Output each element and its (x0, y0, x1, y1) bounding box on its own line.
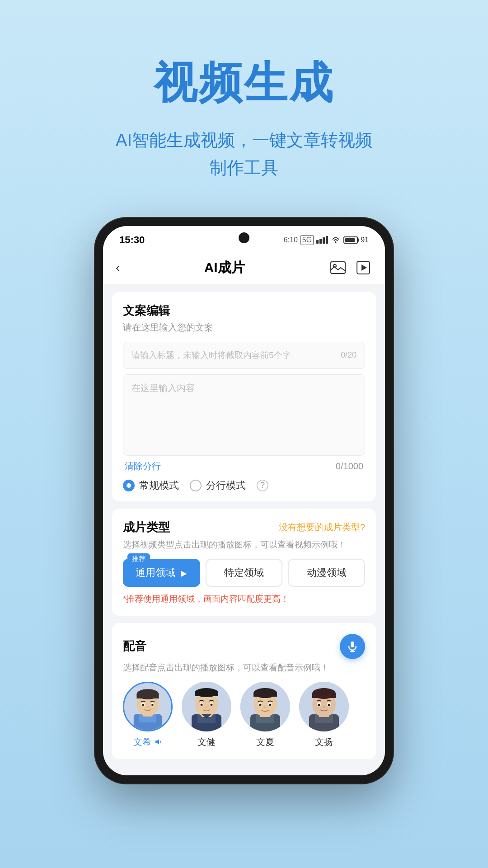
svg-point-0 (335, 241, 337, 243)
type-play-icon: ▶ (181, 569, 187, 578)
type-title: 成片类型 (123, 519, 170, 535)
svg-point-28 (201, 703, 203, 706)
voice-item-3[interactable]: 文夏 (240, 682, 290, 748)
type-buttons: 推荐 通用领域 ▶ 特定领域 动漫领域 (123, 559, 365, 587)
type-btn-general[interactable]: 推荐 通用领域 ▶ (123, 559, 200, 587)
voice-name-1: 文希 (133, 736, 162, 748)
phone-mockup: 15:30 6:10 5G (0, 218, 488, 783)
svg-rect-5 (351, 642, 354, 647)
split-mode-label: 分行模式 (206, 479, 246, 492)
voice-desc: 选择配音点击出现的播放图标，可以查看配音示例哦！ (123, 662, 365, 674)
type-note: *推荐使用通用领域，画面内容匹配度更高！ (123, 593, 365, 605)
nav-title: AI成片 (204, 259, 245, 277)
camera-notch (239, 232, 249, 243)
network-type: 5G (300, 235, 314, 245)
nav-actions (329, 259, 372, 276)
voice-name-3: 文夏 (256, 736, 274, 748)
svg-point-17 (142, 703, 144, 706)
voice-section: 配音 选择配音点击出现的播放图标，可以查看配音示例哦！ (112, 623, 376, 759)
voice-header: 配音 (123, 634, 365, 659)
split-mode-radio[interactable]: 分行模式 (190, 479, 246, 492)
type-btn-anime[interactable]: 动漫领域 (288, 559, 365, 587)
voice-avatar-2 (182, 682, 231, 731)
type-link[interactable]: 没有想要的成片类型? (279, 521, 365, 533)
clear-button[interactable]: 清除分行 (125, 460, 161, 472)
status-time: 15:30 (119, 234, 145, 246)
normal-mode-indicator (123, 480, 135, 491)
normal-mode-label: 常规模式 (139, 479, 179, 492)
svg-point-39 (259, 703, 262, 706)
svg-rect-47 (312, 693, 336, 698)
voice-avatar-3 (240, 682, 290, 731)
title-placeholder: 请输入标题，未输入时将截取内容前5个字 (131, 349, 291, 361)
voice-item-1[interactable]: 文希 (123, 682, 173, 748)
svg-point-18 (151, 703, 154, 706)
svg-point-29 (211, 703, 213, 706)
copywriting-title: 文案编辑 (123, 303, 365, 319)
copywriting-desc: 请在这里输入您的文案 (123, 321, 365, 334)
copywriting-section: 文案编辑 请在这里输入您的文案 请输入标题，未输入时将截取内容前5个字 0/20… (112, 292, 376, 501)
back-button[interactable]: ‹ (116, 260, 120, 275)
voice-name-2: 文健 (197, 736, 216, 748)
svg-rect-36 (253, 693, 277, 697)
svg-rect-25 (195, 693, 218, 696)
hero-section: 视频生成 AI智能生成视频，一键文章转视频 制作工具 (0, 0, 488, 209)
type-header: 成片类型 没有想要的成片类型? (123, 519, 365, 535)
svg-point-50 (318, 703, 320, 706)
battery-percent: 91 (361, 236, 369, 244)
production-type-section: 成片类型 没有想要的成片类型? 选择视频类型点击出现的播放图标，可以查看视频示例… (112, 509, 376, 616)
textarea-footer: 清除分行 0/1000 (123, 460, 365, 472)
voice-item-2[interactable]: 文健 (182, 682, 231, 748)
voice-avatars: 文希 (123, 682, 365, 748)
phone-frame: 15:30 6:10 5G (95, 218, 393, 783)
signal-icon (316, 236, 328, 244)
svg-point-51 (328, 703, 330, 706)
nav-bar: ‹ AI成片 (103, 251, 385, 285)
char-counter: 0/1000 (336, 461, 363, 472)
voice-name-4: 文扬 (315, 736, 333, 748)
voice-play-button[interactable] (340, 634, 365, 659)
title-counter: 0/20 (341, 350, 357, 360)
wifi-icon (331, 236, 341, 244)
content-area: 文案编辑 请在这里输入您的文案 请输入标题，未输入时将截取内容前5个字 0/20… (103, 285, 385, 775)
type-btn-specific[interactable]: 特定领域 (206, 559, 283, 587)
voice-avatar-4 (299, 682, 349, 731)
voice-avatar-1 (123, 682, 173, 731)
content-textarea[interactable]: 在这里输入内容 (123, 374, 365, 456)
gallery-icon[interactable] (329, 259, 347, 276)
voice-item-4[interactable]: 文扬 (299, 682, 349, 748)
status-bar: 15:30 6:10 5G (103, 226, 385, 251)
type-desc: 选择视频类型点击出现的播放图标，可以查看视频示例哦！ (123, 539, 365, 551)
svg-marker-4 (361, 264, 367, 271)
network-label: 6:10 (284, 236, 298, 244)
split-mode-indicator (190, 480, 202, 491)
normal-mode-radio[interactable]: 常规模式 (123, 479, 179, 492)
mode-row: 常规模式 分行模式 ? (123, 479, 365, 492)
volume-icon-1 (154, 738, 162, 746)
help-icon[interactable]: ? (257, 480, 268, 491)
phone-screen: 15:30 6:10 5G (103, 226, 385, 775)
title-input[interactable]: 请输入标题，未输入时将截取内容前5个字 0/20 (123, 342, 365, 369)
svg-point-40 (269, 703, 272, 706)
hero-title: 视频生成 (0, 54, 488, 113)
recommend-badge: 推荐 (127, 553, 150, 565)
content-placeholder: 在这里输入内容 (131, 382, 195, 394)
play-icon[interactable] (354, 259, 372, 276)
status-icons: 6:10 5G (284, 235, 369, 245)
voice-title: 配音 (123, 638, 146, 654)
battery-icon (343, 236, 358, 244)
hero-subtitle: AI智能生成视频，一键文章转视频 制作工具 (0, 127, 488, 182)
svg-rect-14 (136, 694, 159, 698)
